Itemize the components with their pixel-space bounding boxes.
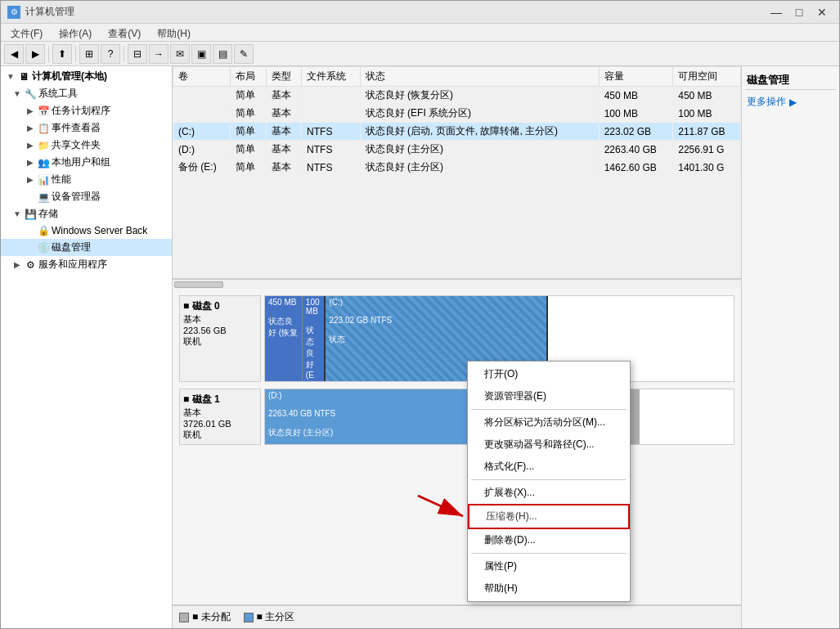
maximize-button[interactable]: □ [788,4,810,20]
expand-icon: ▶ [24,139,37,152]
ctx-delete[interactable]: 删除卷(D)... [468,529,630,551]
sidebar-item-performance[interactable]: ▶ 📊 性能 [1,171,172,188]
disk-1-info: ■ 磁盘 1 基本 3726.01 GB 联机 [179,389,261,445]
window-title: 计算机管理 [25,5,74,19]
table-cell: 基本 [266,123,301,141]
toolbar-help[interactable]: ? [101,44,120,64]
table-scrollbar[interactable] [173,279,741,289]
ctx-change-drive[interactable]: 更改驱动器号和路径(C)... [468,434,630,456]
storage-icon: 💾 [24,208,37,221]
table-cell: NTFS [302,141,361,159]
ctx-sep3 [471,553,627,554]
table-cell: 450 MB [599,87,673,105]
menu-help[interactable]: 帮助(H) [150,25,197,39]
disk-0-part-efi[interactable]: 100 MB 状态良好 (E [303,296,326,381]
task-icon: 📅 [37,105,50,118]
toolbar-grid2[interactable]: ⊟ [128,44,147,64]
ctx-open[interactable]: 打开(O) [468,363,630,385]
sidebar-item-win-server-back[interactable]: ▶ 🔒 Windows Server Back [1,222,172,239]
more-actions-link[interactable]: 更多操作 ▶ [745,93,836,110]
table-cell: 2263.40 GB [599,141,673,159]
sidebar-item-event-viewer[interactable]: ▶ 📋 事件查看器 [1,119,172,137]
table-row[interactable]: (D:)简单基本NTFS状态良好 (主分区)2263.40 GB2256.91 … [173,141,741,159]
sidebar-label-perf: 性能 [52,173,71,186]
toolbar-edit[interactable]: ✎ [234,44,254,64]
disk-visual-area: ■ 磁盘 0 基本 223.56 GB 联机 450 MB 状态良好 (恢复 1… [173,289,741,605]
more-actions-label: 更多操作 [747,95,786,109]
sidebar-item-system-tools[interactable]: ▼ 🔧 系统工具 [1,85,172,102]
disk-1-type: 基本 [183,407,257,419]
table-cell [173,105,231,123]
expand-icon: ▼ [11,208,24,221]
table-area[interactable]: 卷 布局 类型 文件系统 状态 容量 可用空间 简单基本状态良好 (恢复分区)4… [173,66,741,279]
toolbar-box1[interactable]: ▣ [191,44,211,64]
col-vol: 卷 [173,67,231,87]
scrollbar-thumb[interactable] [174,281,223,288]
sidebar-item-device-mgr[interactable]: ▶ 💻 设备管理器 [1,188,172,205]
ctx-explorer[interactable]: 资源管理器(E) [468,385,630,407]
disk-0-title: ■ 磁盘 0 [183,299,257,313]
col-status: 状态 [360,67,599,87]
table-cell: 简单 [231,141,266,159]
sidebar-label-event: 事件查看器 [52,121,101,135]
disk-0-row: ■ 磁盘 0 基本 223.56 GB 联机 450 MB 状态良好 (恢复 1… [179,295,734,382]
sidebar-item-storage[interactable]: ▼ 💾 存储 [1,205,172,222]
ctx-extend[interactable]: 扩展卷(X)... [468,482,630,504]
table-cell: 100 MB [673,105,741,123]
close-button[interactable]: ✕ [811,4,833,20]
toolbar-mail[interactable]: ✉ [170,44,190,64]
title-buttons: — □ ✕ [766,4,833,20]
toolbar-forward[interactable]: ▶ [25,44,45,64]
toolbar-up[interactable]: ⬆ [52,44,72,64]
toolbar-sep1 [48,46,49,62]
menu-view[interactable]: 查看(V) [101,25,147,39]
ctx-help[interactable]: 帮助(H) [468,577,630,600]
toolbar-box2[interactable]: ▤ [213,44,232,64]
minimize-button[interactable]: — [766,4,787,20]
table-row[interactable]: (C:)简单基本NTFS状态良好 (启动, 页面文件, 故障转储, 主分区)22… [173,123,741,141]
toolbar-sep2 [75,46,76,62]
sidebar-item-task-scheduler[interactable]: ▶ 📅 任务计划程序 [1,102,172,119]
sidebar-label-disk-mgmt: 磁盘管理 [52,240,91,254]
sidebar-item-disk-mgmt[interactable]: ▶ 💿 磁盘管理 [1,239,172,256]
menu-action[interactable]: 操作(A) [52,25,98,39]
sidebar-label-users: 本地用户和组 [52,155,110,169]
toolbar-sep3 [124,46,124,62]
table-cell: 状态良好 (主分区) [360,141,599,159]
disk-1-status: 联机 [183,429,257,441]
table-cell: 2256.91 G [673,141,741,159]
users-icon: 👥 [37,156,50,169]
sidebar-item-services[interactable]: ▶ ⚙ 服务和应用程序 [1,256,172,273]
sidebar-item-local-users[interactable]: ▶ 👥 本地用户和组 [1,154,172,171]
ctx-format[interactable]: 格式化(F)... [468,456,630,478]
menu-bar: 文件(F) 操作(A) 查看(V) 帮助(H) [1,24,839,42]
toolbar-grid[interactable]: ⊞ [79,44,99,64]
col-capacity: 容量 [599,67,673,87]
expand-icon: ▼ [11,88,24,101]
ctx-properties[interactable]: 属性(P) [468,555,630,577]
menu-file[interactable]: 文件(F) [4,25,49,39]
col-fs: 文件系统 [302,67,361,87]
table-row[interactable]: 备份 (E:)简单基本NTFS状态良好 (主分区)1462.60 GB1401.… [173,159,741,177]
disk-0-part-recovery[interactable]: 450 MB 状态良好 (恢复 [265,296,303,381]
table-cell: 状态良好 (恢复分区) [360,87,599,105]
sidebar-label-device: 设备管理器 [52,190,101,204]
table-cell [302,87,361,105]
table-row[interactable]: 简单基本状态良好 (恢复分区)450 MB450 MB [173,87,741,105]
sidebar-label-computer: 计算机管理(本地) [32,70,107,83]
arrow-indicator [410,487,475,534]
sidebar-label-storage: 存储 [38,207,58,221]
sidebar-item-computer-mgmt[interactable]: ▼ 🖥 计算机管理(本地) [1,68,172,85]
toolbar-arrow[interactable]: → [149,44,168,64]
perf-icon: 📊 [37,173,50,186]
table-row[interactable]: 简单基本状态良好 (EFI 系统分区)100 MB100 MB [173,105,741,123]
expand-icon: ▶ [24,122,37,135]
title-bar: ⚙ 计算机管理 — □ ✕ [1,1,839,24]
table-cell: 100 MB [599,105,673,123]
ctx-sep2 [471,479,627,480]
expand-icon: ▶ [24,105,37,118]
ctx-mark-active[interactable]: 将分区标记为活动分区(M)... [468,411,630,434]
ctx-shrink[interactable]: 压缩卷(H)... [468,504,630,529]
sidebar-item-shared-folders[interactable]: ▶ 📁 共享文件夹 [1,137,172,154]
toolbar-back[interactable]: ◀ [4,44,24,64]
